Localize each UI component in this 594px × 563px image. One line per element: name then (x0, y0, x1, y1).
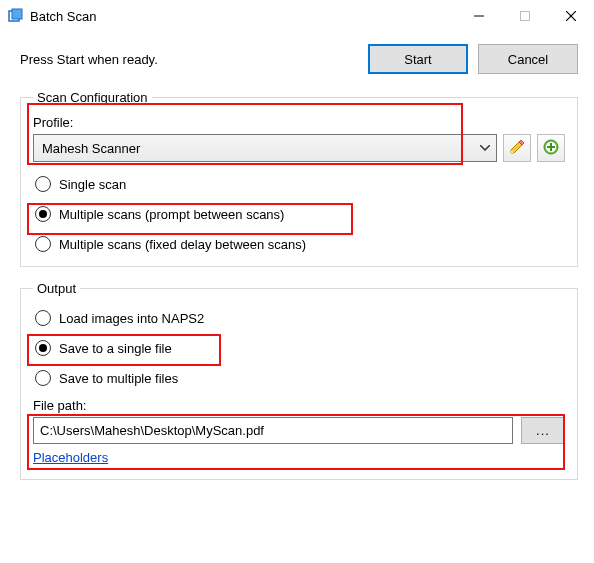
radio-load-naps2[interactable]: Load images into NAPS2 (35, 310, 565, 326)
radio-icon (35, 370, 51, 386)
add-profile-button[interactable] (537, 134, 565, 162)
start-button[interactable]: Start (368, 44, 468, 74)
radio-label: Multiple scans (fixed delay between scan… (59, 237, 306, 252)
filepath-value: C:\Users\Mahesh\Desktop\MyScan.pdf (40, 423, 264, 438)
radio-save-multiple[interactable]: Save to multiple files (35, 370, 565, 386)
output-group: Output Load images into NAPS2 Save to a … (20, 281, 578, 480)
radio-label: Load images into NAPS2 (59, 311, 204, 326)
pencil-icon (509, 139, 525, 158)
radio-label: Single scan (59, 177, 126, 192)
svg-rect-4 (521, 12, 530, 21)
radio-label: Save to a single file (59, 341, 172, 356)
radio-multi-delay[interactable]: Multiple scans (fixed delay between scan… (35, 236, 565, 252)
radio-save-single[interactable]: Save to a single file (35, 340, 565, 356)
titlebar: Batch Scan (0, 0, 594, 32)
profile-label: Profile: (33, 115, 565, 130)
radio-single-scan[interactable]: Single scan (35, 176, 565, 192)
profile-dropdown[interactable]: Mahesh Scanner (33, 134, 497, 162)
add-icon (543, 139, 559, 158)
svg-rect-2 (13, 10, 22, 19)
edit-profile-button[interactable] (503, 134, 531, 162)
radio-icon (35, 340, 51, 356)
close-button[interactable] (548, 0, 594, 32)
svg-rect-13 (547, 146, 555, 148)
header-row: Press Start when ready. Start Cancel (20, 44, 578, 74)
app-icon (8, 8, 24, 24)
radio-label: Save to multiple files (59, 371, 178, 386)
profile-dropdown-value: Mahesh Scanner (42, 141, 140, 156)
browse-button[interactable]: ... (521, 417, 565, 444)
chevron-down-icon (474, 135, 496, 161)
filepath-input[interactable]: C:\Users\Mahesh\Desktop\MyScan.pdf (33, 417, 513, 444)
window-title: Batch Scan (30, 9, 97, 24)
filepath-label: File path: (33, 398, 565, 413)
placeholders-link[interactable]: Placeholders (33, 450, 108, 465)
radio-icon (35, 206, 51, 222)
radio-multi-prompt[interactable]: Multiple scans (prompt between scans) (35, 206, 565, 222)
maximize-button (502, 0, 548, 32)
cancel-button[interactable]: Cancel (478, 44, 578, 74)
radio-icon (35, 310, 51, 326)
scan-configuration-legend: Scan Configuration (33, 90, 152, 105)
scan-configuration-group: Scan Configuration Profile: Mahesh Scann… (20, 90, 578, 267)
minimize-button[interactable] (456, 0, 502, 32)
radio-icon (35, 236, 51, 252)
instruction-text: Press Start when ready. (20, 52, 358, 67)
radio-label: Multiple scans (prompt between scans) (59, 207, 284, 222)
radio-icon (35, 176, 51, 192)
output-legend: Output (33, 281, 80, 296)
